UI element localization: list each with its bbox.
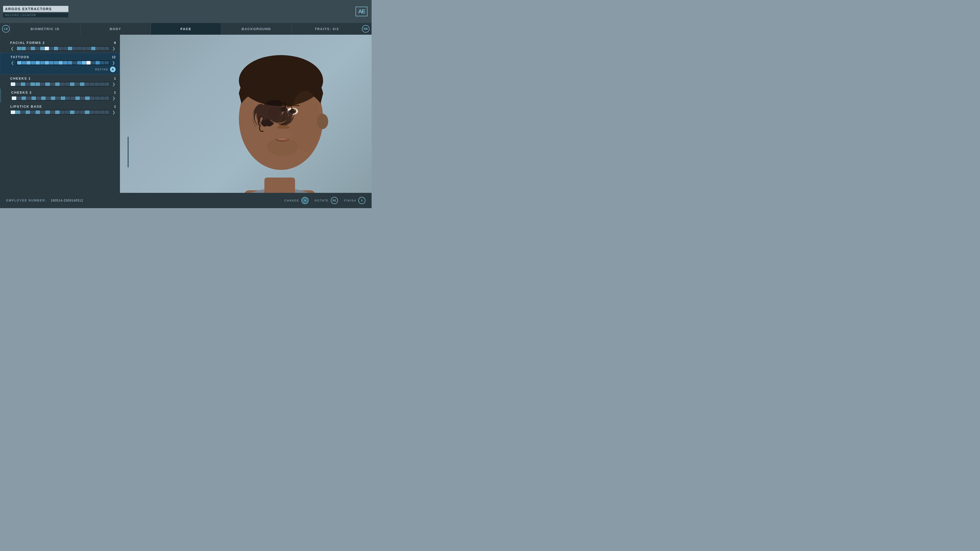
finish-label: FINISH: [344, 199, 356, 202]
seg: [51, 97, 56, 100]
lipstick-label: LIPSTICK BASE: [10, 105, 42, 108]
rotate-button[interactable]: RS: [331, 197, 338, 204]
cheeks2-track[interactable]: [11, 96, 110, 100]
rotate-action: ROTATE RS: [315, 197, 338, 204]
seg: [60, 110, 65, 114]
cheeks1-row[interactable]: CHEEKS 1 1: [0, 75, 120, 89]
lipstick-header: LIPSTICK BASE 1: [10, 105, 116, 108]
top-bar: ARGOS EXTRACTORS RECORD LOCATOR AE: [0, 0, 372, 23]
lipstick-next[interactable]: ❯: [112, 110, 116, 114]
seg: [77, 47, 81, 50]
finish-button[interactable]: X: [358, 197, 366, 204]
seg: [85, 83, 89, 86]
finish-action: FINISH X: [344, 197, 366, 204]
cheeks2-next[interactable]: ❯: [112, 96, 116, 100]
facial-forms-next[interactable]: ❯: [112, 46, 116, 51]
seg: [75, 83, 80, 86]
seg: [22, 61, 26, 65]
cheeks1-value: 1: [114, 76, 116, 80]
seg: [100, 97, 104, 100]
facial-forms-track[interactable]: [16, 46, 110, 51]
seg: [86, 61, 91, 65]
tab-traits[interactable]: TRAITS: 0/3: [291, 23, 362, 35]
seg: [80, 110, 84, 114]
seg: [105, 83, 109, 86]
seg: [35, 83, 40, 86]
tab-body[interactable]: BODY: [80, 23, 151, 35]
seg: [40, 83, 45, 86]
nav-bar: LB BIOMETRIC ID BODY FACE BACKGROUND TRA…: [0, 23, 372, 35]
seg: [86, 47, 91, 50]
rb-button[interactable]: RB: [362, 25, 369, 33]
tattoos-row[interactable]: TATTOOS 12 ❮: [0, 53, 120, 75]
seg: [63, 61, 67, 65]
tattoos-segments: [17, 60, 110, 65]
employee-label: EMPLOYEE NUMBER:: [6, 199, 47, 202]
seg: [49, 61, 54, 65]
change-button[interactable]: ✛: [301, 197, 309, 204]
tab-background[interactable]: BACKGROUND: [221, 23, 291, 35]
facial-forms-value: 8: [114, 41, 116, 44]
lipstick-track[interactable]: [10, 110, 110, 114]
tattoos-header: TATTOOS 12: [11, 55, 116, 59]
tattoos-value: 12: [112, 55, 116, 59]
seg: [105, 97, 109, 100]
refine-section: REFINE A: [11, 67, 116, 72]
change-label: CHANGE: [284, 199, 299, 202]
seg: [26, 47, 30, 50]
seg: [36, 97, 41, 100]
seg: [68, 61, 72, 65]
seg: [65, 97, 70, 100]
tattoos-prev[interactable]: ❮: [11, 61, 14, 65]
facial-forms-prev[interactable]: ❮: [10, 46, 14, 51]
seg: [12, 97, 16, 100]
facial-forms-header: FACIAL FORMS 2 8: [10, 41, 116, 44]
facial-forms-segments: [16, 46, 110, 51]
seg: [31, 61, 35, 65]
seg: [35, 47, 40, 50]
seg: [70, 110, 75, 114]
title-block: ARGOS EXTRACTORS RECORD LOCATOR: [0, 0, 72, 23]
svg-rect-3: [264, 178, 295, 193]
seg: [11, 83, 15, 86]
seg: [59, 47, 63, 50]
seg: [16, 110, 20, 114]
seg: [59, 61, 63, 65]
seg: [100, 47, 105, 50]
refine-button[interactable]: A: [110, 67, 116, 72]
seg: [105, 61, 109, 65]
seg: [30, 110, 35, 114]
seg: [80, 97, 85, 100]
cheeks2-row[interactable]: CHEEKS 2 1: [0, 89, 120, 103]
tattoos-track[interactable]: [17, 60, 110, 65]
cheeks2-label: CHEEKS 2: [11, 91, 32, 94]
seg: [85, 97, 89, 100]
lipstick-value: 1: [114, 105, 116, 108]
seg: [65, 83, 70, 86]
seg: [96, 47, 100, 50]
seg: [21, 97, 26, 100]
seg: [41, 97, 46, 100]
seg: [95, 61, 100, 65]
seg: [54, 61, 58, 65]
tab-face[interactable]: FACE: [151, 23, 221, 35]
tab-biometric-id[interactable]: BIOMETRIC ID: [10, 23, 80, 35]
seg: [90, 110, 94, 114]
seg: [61, 97, 65, 100]
cheeks2-segments: [11, 96, 110, 100]
lipstick-row[interactable]: LIPSTICK BASE 1: [0, 103, 120, 117]
seg: [35, 110, 40, 114]
cheeks1-next[interactable]: ❯: [112, 82, 116, 86]
employee-number: 190514-2009140512: [51, 199, 83, 202]
bottom-actions: CHANGE ✛ ROTATE RS FINISH X: [284, 197, 366, 204]
tattoos-next[interactable]: ❯: [111, 61, 116, 65]
left-panel: INTENSITY COLOR FACIAL FORMS 2 8: [0, 35, 120, 193]
seg: [35, 61, 40, 65]
seg: [30, 83, 35, 86]
facial-forms-row[interactable]: FACIAL FORMS 2 8 ❮: [0, 39, 120, 53]
lb-button[interactable]: LB: [2, 25, 10, 33]
seg: [85, 110, 89, 114]
seg: [26, 97, 31, 100]
seg: [46, 97, 51, 100]
cheeks1-track[interactable]: [10, 82, 110, 86]
